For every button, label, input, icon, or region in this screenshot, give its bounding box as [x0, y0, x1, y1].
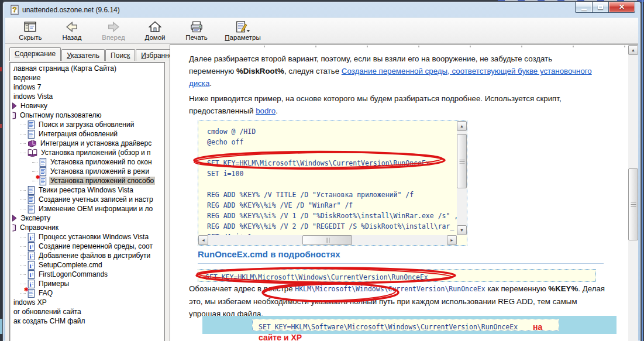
scrollbar-thumb[interactable] — [457, 134, 467, 188]
tree-item[interactable]: ведение — [10, 73, 164, 82]
toolbar-button-hide[interactable]: Скрыть — [12, 19, 49, 43]
close-button[interactable]: ✕ — [609, 2, 635, 13]
code-strip: SET KEY=HKLM\Microsoft\Windows\CurrentVe… — [198, 269, 596, 282]
code-horizontal-scrollbar[interactable]: ◄ ► — [198, 235, 457, 245]
tree-item-label: Установка приложений по окон — [49, 158, 153, 166]
tree-item[interactable]: ✱FAQ — [10, 288, 164, 298]
contents-tree: лавная страница (Карта Сайта)ведениеindo… — [9, 62, 165, 341]
tree-item[interactable]: ак создать CHM файл — [10, 316, 164, 326]
tree-item[interactable]: iДобавление файлов в дистрибути — [10, 251, 164, 260]
diskroot-variable: %DiskRoot% — [236, 67, 284, 75]
back-arrow-icon — [66, 20, 78, 33]
tree-item[interactable]: Интеграция и установка драйверс — [10, 139, 164, 148]
tree-item[interactable]: iСоздание переменной среды, соот — [10, 242, 164, 251]
tree-connector — [20, 134, 26, 135]
tree-item[interactable]: iПроцесс установки Windows Vista — [10, 232, 164, 242]
tab-bar: СодержаниеУказательПоискИзбранное — [9, 47, 182, 61]
paragraph-text: . — [275, 106, 278, 115]
tree-item[interactable]: Интеграция обновлений — [10, 129, 164, 139]
tree-item[interactable]: iПримеры — [10, 279, 164, 288]
tab-index[interactable]: Указатель — [61, 49, 105, 61]
code-text: SET KEY=HKLM\Microsoft\Windows\CurrentVe… — [205, 273, 428, 281]
tree-item-label: Поиск и загрузка обновлений — [37, 120, 135, 129]
scroll-up-button[interactable]: ▲ — [628, 45, 638, 55]
svg-text:i: i — [30, 233, 32, 240]
tree-connector — [32, 171, 37, 172]
page-icon — [27, 205, 35, 213]
tree-item[interactable]: ✱Установка приложений способо — [10, 176, 164, 185]
toolbar-button-home[interactable]: Домой — [137, 19, 173, 43]
scroll-up-button[interactable]: ▲ — [457, 121, 467, 131]
paragraph-text: Обозначает адрес в реестре — [189, 284, 295, 293]
book-clip-arrow-icon — [12, 102, 17, 109]
tree-item-label: Опытному пользователю — [19, 111, 102, 119]
tree-item-label: indows Vista — [12, 92, 54, 101]
maximize-button[interactable] — [592, 2, 609, 13]
toolbar-button-options[interactable]: Параметры — [220, 19, 266, 43]
tree-item[interactable]: iFirstLogonCommands — [10, 270, 164, 279]
tree-item[interactable]: ог обновлений сайта — [10, 307, 164, 316]
scrollbar-thumb[interactable] — [628, 168, 638, 240]
clipped-text-remnant — [264, 46, 638, 47]
tree-item[interactable]: indows Vista — [10, 92, 164, 101]
tree-item-label: ак создать CHM файл — [12, 317, 87, 325]
tree-item-label: Примеры — [37, 280, 70, 288]
thumb-grip — [325, 237, 329, 243]
chm-help-file-icon: ? — [9, 5, 20, 15]
tree-item[interactable]: iSetupComplete.cmd — [10, 260, 164, 270]
link-bodro[interactable]: bodro — [256, 106, 275, 115]
tree-item[interactable]: Установка приложений по окон — [10, 157, 164, 167]
page-star-icon: ✱ — [27, 289, 35, 298]
info-icon: i — [27, 242, 35, 251]
tree-item-label: Справочник — [19, 223, 60, 232]
tree-item-label: Новичку — [19, 102, 49, 110]
tree-item[interactable]: лавная страница (Карта Сайта) — [10, 64, 164, 73]
tab-search[interactable]: Поиск — [105, 49, 135, 61]
svg-text:i: i — [30, 243, 32, 250]
tree-item[interactable]: Установка приложений в режи — [10, 167, 164, 176]
tree-connector — [20, 209, 26, 209]
tree-item[interactable]: indows 7 — [10, 82, 164, 92]
options-icon — [235, 20, 250, 33]
tree-item[interactable]: indows XP — [10, 298, 164, 307]
page-icon — [27, 186, 35, 195]
scroll-left-button[interactable]: ◄ — [198, 235, 208, 245]
close-icon: ✕ — [619, 3, 625, 11]
title-bar[interactable]: ? unattended.oszone.net (9.6.14) ✕ — [3, 2, 640, 18]
tree-item[interactable]: Создание учетных записей и настр — [10, 195, 164, 204]
tree-item[interactable]: Поиск и загрузка обновлений — [10, 120, 164, 129]
toolbar-button-print[interactable]: Печать — [178, 19, 215, 43]
tree-connector — [20, 125, 26, 125]
code-vertical-scrollbar[interactable]: ▲ ▼ — [457, 121, 467, 235]
tree-connector — [20, 246, 26, 247]
tree-connector — [20, 199, 26, 200]
paragraph-example: Ниже приводится пример, на основе которо… — [189, 92, 595, 117]
tree-item[interactable]: Твики реестра Windows Vista — [10, 185, 164, 195]
minimize-button[interactable] — [575, 2, 592, 13]
tree-item[interactable]: Новичку — [10, 101, 164, 111]
tree-item-label: Интеграция и установка драйверс — [39, 139, 153, 147]
tree-connector — [32, 181, 37, 181]
scroll-right-button[interactable]: ► — [447, 235, 457, 245]
tab-contents[interactable]: Содержание — [9, 47, 61, 61]
paragraph-key-variable: Обозначает адрес в реестре HKLM\Microsof… — [189, 283, 605, 320]
section-heading: RunOnceEx.cmd в подробностях — [198, 249, 604, 264]
tree-connector — [20, 284, 26, 284]
toolbar-button-back[interactable]: Назад — [54, 19, 90, 43]
maximize-icon — [598, 5, 603, 9]
hide-panel-icon — [24, 20, 37, 33]
content-scrollbar[interactable]: ▲ — [628, 45, 638, 341]
minimize-icon — [581, 9, 587, 11]
registry-path: HKLM\Microsoft\Windows\CurrentVersion\Ru… — [295, 285, 485, 293]
tree-item[interactable]: Опытному пользователю — [10, 111, 164, 120]
toolbar-button-label: Скрыть — [19, 34, 42, 41]
help-viewer-window: ? unattended.oszone.net (9.6.14) ✕ Скрыт… — [2, 1, 641, 341]
toolbar-button-label: Печать — [185, 34, 208, 41]
scroll-down-button[interactable]: ▼ — [457, 225, 467, 235]
tree-item[interactable]: Установка приложений (обзор и п — [10, 148, 164, 157]
tree-item[interactable]: Изменение OEM информации и ло — [10, 204, 164, 213]
scrollbar-thumb[interactable] — [302, 235, 352, 245]
tree-item[interactable]: Эксперту — [10, 213, 164, 223]
tree-item[interactable]: Справочник — [10, 223, 164, 232]
page-icon — [27, 130, 35, 139]
